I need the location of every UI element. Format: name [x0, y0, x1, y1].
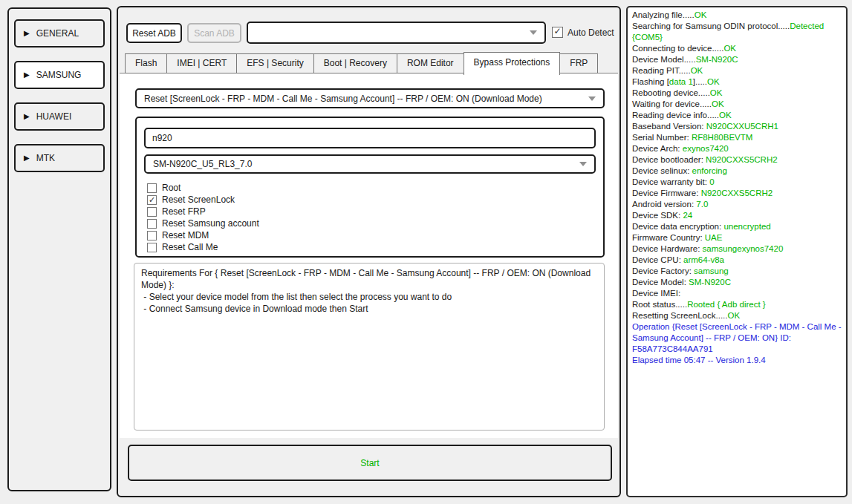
- device-combobox[interactable]: [247, 22, 546, 44]
- checkbox-icon: [147, 231, 157, 240]
- checkbox-checked-icon: ✓: [552, 27, 563, 38]
- sidebar-item-general[interactable]: ▶GENERAL: [14, 19, 105, 48]
- sidebar-item-label: MTK: [36, 153, 55, 163]
- log-line: Reading PIT.....OK: [632, 65, 842, 76]
- arrow-right-icon: ▶: [24, 113, 30, 120]
- log-line: Device SDK: 24: [632, 210, 842, 221]
- option-reset-call-me[interactable]: Reset Call Me: [147, 241, 596, 253]
- scan-adb-button[interactable]: Scan ADB: [187, 23, 241, 43]
- tab-frp[interactable]: FRP: [559, 53, 598, 73]
- option-reset-screenlock[interactable]: ✓Reset ScreenLock: [147, 194, 596, 206]
- tab-imei-cert[interactable]: IMEI | CERT: [166, 53, 237, 73]
- sidebar: ▶GENERAL▶SAMSUNG▶HUAWEI▶MTK: [7, 7, 111, 491]
- checkbox-icon: [147, 183, 157, 193]
- reset-adb-button[interactable]: Reset ADB: [126, 23, 182, 43]
- log-line: Operation {Reset [ScreenLock - FRP - MDM…: [632, 321, 842, 355]
- chevron-down-icon: [579, 162, 587, 166]
- option-label: Reset Samsung account: [162, 218, 259, 229]
- tab-efs-security[interactable]: EFS | Security: [236, 53, 313, 73]
- sidebar-item-label: GENERAL: [36, 28, 79, 39]
- option-reset-frp[interactable]: Reset FRP: [147, 206, 596, 217]
- log-line: Device Hardware: samsungexynos7420: [632, 243, 842, 255]
- log-line: Device IMEI:: [632, 288, 842, 299]
- main-panel: Reset ADB Scan ADB ✓ Auto Detect FlashIM…: [117, 6, 621, 497]
- auto-detect-checkbox[interactable]: ✓ Auto Detect: [552, 27, 614, 38]
- log-line: Device bootloader: N920CXXS5CRH2: [632, 154, 842, 166]
- tab-rom-editor[interactable]: ROM Editor: [397, 53, 464, 73]
- log-line: Device Model.....SM-N920C: [632, 54, 842, 65]
- log-line: Reading device info.....OK: [632, 110, 842, 121]
- tab-flash[interactable]: Flash: [125, 53, 167, 73]
- reset-options-list: Root✓Reset ScreenLockReset FRPReset Sams…: [147, 182, 596, 253]
- log-line: Rebooting device.....OK: [632, 88, 842, 99]
- arrow-right-icon: ▶: [24, 154, 30, 162]
- log-line: Firmware Country: UAE: [632, 232, 842, 243]
- checkbox-icon: [147, 219, 157, 229]
- operation-combobox[interactable]: Reset [ScreenLock - FRP - MDM - Call Me …: [135, 88, 605, 108]
- log-line: Device selinux: enforcing: [632, 166, 842, 177]
- chevron-down-icon: [588, 96, 596, 101]
- option-label: Root: [162, 183, 181, 193]
- log-line: Device Model: SM-N920C: [632, 277, 842, 288]
- model-search-input[interactable]: [144, 128, 596, 148]
- log-line: Device CPU: arm64-v8a: [632, 255, 842, 266]
- sidebar-item-huawei[interactable]: ▶HUAWEI: [14, 102, 105, 131]
- model-groupbox: SM-N920C_U5_RL3_7.0 Root✓Reset ScreenLoc…: [135, 117, 605, 258]
- log-line: Resetting ScreenLock.....OK: [632, 310, 842, 321]
- option-label: Reset ScreenLock: [162, 194, 235, 205]
- chevron-down-icon: [530, 30, 537, 35]
- option-root[interactable]: Root: [147, 182, 596, 194]
- option-reset-samsung-account[interactable]: Reset Samsung account: [147, 217, 596, 229]
- tab-strip: FlashIMEI | CERTEFS | SecurityBoot | Rec…: [125, 53, 598, 75]
- sidebar-item-samsung[interactable]: ▶SAMSUNG: [14, 61, 105, 89]
- start-button[interactable]: Start: [128, 445, 612, 481]
- auto-detect-label: Auto Detect: [568, 27, 614, 38]
- log-line: Root status.....Rooted { Adb direct }: [632, 299, 842, 310]
- checkbox-icon: [147, 243, 157, 252]
- log-line: Baseband Version: N920CXXU5CRH1: [632, 121, 842, 132]
- log-line: Connecting to device.....OK: [632, 43, 842, 54]
- option-label: Reset Call Me: [162, 242, 218, 252]
- option-label: Reset MDM: [162, 230, 209, 240]
- option-label: Reset FRP: [162, 206, 206, 217]
- log-line: Analyzing file.....OK: [632, 10, 842, 21]
- log-line: Device Arch: exynos7420: [632, 143, 842, 154]
- log-line: Device Factory: samsung: [632, 266, 842, 277]
- option-reset-mdm[interactable]: Reset MDM: [147, 229, 596, 241]
- arrow-right-icon: ▶: [24, 71, 30, 79]
- sidebar-item-label: HUAWEI: [36, 111, 72, 122]
- log-line: Device warranty bit: 0: [632, 177, 842, 188]
- tab-bypass-protections[interactable]: Bypass Protections: [464, 52, 561, 75]
- log-line: Android version: 7.0: [632, 199, 842, 210]
- checkbox-checked-icon: ✓: [147, 195, 157, 205]
- firmware-combobox-value: SM-N920C_U5_RL3_7.0: [153, 159, 252, 169]
- log-line: Searching for Samsung ODIN protocol.....…: [632, 21, 842, 43]
- firmware-combobox[interactable]: SM-N920C_U5_RL3_7.0: [144, 154, 596, 174]
- checkbox-icon: [147, 207, 157, 217]
- sidebar-item-mtk[interactable]: ▶MTK: [14, 144, 105, 172]
- arrow-right-icon: ▶: [24, 30, 30, 37]
- log-line: Serial Number: RF8H80BEVTM: [632, 132, 842, 143]
- log-output[interactable]: Analyzing file.....OKSearching for Samsu…: [626, 6, 848, 497]
- log-line: Device data encryption: unencrypted: [632, 221, 842, 232]
- operation-combobox-value: Reset [ScreenLock - FRP - MDM - Call Me …: [144, 94, 542, 104]
- log-line: Waiting for device.....OK: [632, 99, 842, 110]
- log-line: Flashing [data 1].....OK: [632, 76, 842, 88]
- log-line: Elapsed time 05:47 -- Version 1.9.4: [632, 355, 842, 366]
- log-line: Device Firmware: N920CXXS5CRH2: [632, 188, 842, 199]
- sidebar-item-label: SAMSUNG: [36, 70, 82, 80]
- tab-boot-recovery[interactable]: Boot | Recovery: [313, 53, 397, 73]
- requirements-text: Requirements For { Reset [ScreenLock - F…: [134, 263, 605, 431]
